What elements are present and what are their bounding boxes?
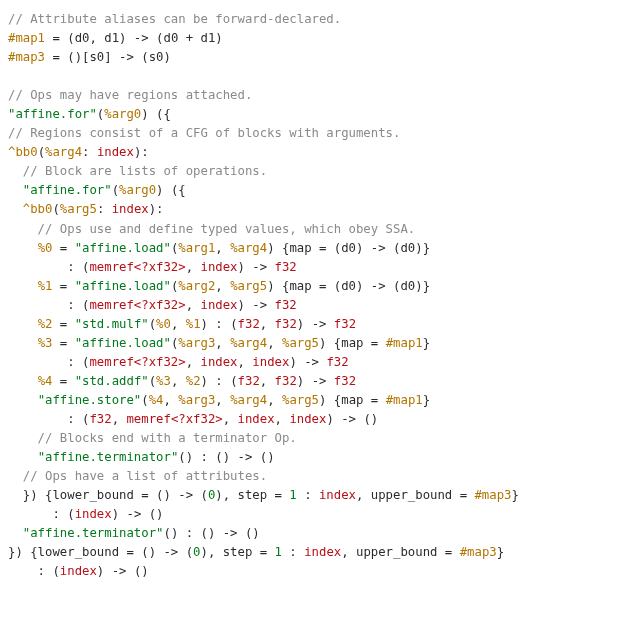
code-text: = bbox=[52, 374, 74, 388]
comment: // Ops use and define typed values, whic… bbox=[8, 222, 415, 236]
code-text: : ( bbox=[8, 564, 60, 578]
ssa-value: %1 bbox=[38, 279, 53, 293]
code-text: , bbox=[267, 393, 282, 407]
op-name: "affine.for" bbox=[8, 107, 97, 121]
ssa-value: %2 bbox=[38, 317, 53, 331]
type: index bbox=[97, 145, 134, 159]
ssa-value: %arg4 bbox=[230, 336, 267, 350]
code-text: : bbox=[282, 545, 304, 559]
code-text: , bbox=[171, 317, 186, 331]
type: f32 bbox=[275, 317, 297, 331]
code-text: , bbox=[215, 336, 230, 350]
code-text: () : () -> () bbox=[178, 450, 274, 464]
ssa-value: %arg4 bbox=[45, 145, 82, 159]
code-text: ) {map = (d0) -> (d0)} bbox=[267, 241, 430, 255]
code-text: ( bbox=[141, 393, 148, 407]
op-name: "affine.load" bbox=[75, 279, 171, 293]
code-text: } bbox=[423, 336, 430, 350]
indent bbox=[8, 279, 38, 293]
type: index bbox=[75, 507, 112, 521]
comment: // Block are lists of operations. bbox=[8, 164, 267, 178]
code-text: , bbox=[164, 393, 179, 407]
code-text: ), step = bbox=[215, 488, 289, 502]
type: f32 bbox=[334, 374, 356, 388]
type: f32 bbox=[89, 412, 111, 426]
code-text: } bbox=[423, 393, 430, 407]
code-text: }) {lower_bound = () -> ( bbox=[8, 545, 193, 559]
code-text: ): bbox=[134, 145, 149, 159]
ssa-value: %arg3 bbox=[178, 393, 215, 407]
code-text: ( bbox=[52, 202, 59, 216]
code-text: ) -> bbox=[297, 374, 334, 388]
type: index bbox=[201, 298, 238, 312]
code-text: = bbox=[52, 279, 74, 293]
map-ref: #map1 bbox=[386, 393, 423, 407]
number: 1 bbox=[275, 545, 282, 559]
code-text: ) -> bbox=[289, 355, 326, 369]
op-name: "affine.load" bbox=[75, 241, 171, 255]
comment: // Attribute aliases can be forward-decl… bbox=[8, 12, 341, 26]
code-text: : ( bbox=[8, 298, 89, 312]
type: f32 bbox=[334, 317, 356, 331]
ssa-value: %3 bbox=[38, 336, 53, 350]
code-text: ) {map = bbox=[319, 336, 386, 350]
code-text: ( bbox=[149, 317, 156, 331]
code-text: ), step = bbox=[201, 545, 275, 559]
op-name: "std.mulf" bbox=[75, 317, 149, 331]
op-name: "affine.load" bbox=[75, 336, 171, 350]
code-text: : bbox=[297, 488, 319, 502]
type: memref<?xf32> bbox=[126, 412, 222, 426]
type: f32 bbox=[326, 355, 348, 369]
code-text: ) : ( bbox=[201, 317, 238, 331]
code-text: , bbox=[238, 355, 253, 369]
indent bbox=[8, 374, 38, 388]
ssa-value: %1 bbox=[186, 317, 201, 331]
ssa-value: %0 bbox=[156, 317, 171, 331]
comment: // Ops may have regions attached. bbox=[8, 88, 252, 102]
op-name: "affine.terminator" bbox=[23, 526, 164, 540]
map-alias: #map1 bbox=[8, 31, 45, 45]
code-text: } bbox=[512, 488, 519, 502]
code-text: , bbox=[171, 374, 186, 388]
ssa-value: %arg1 bbox=[178, 241, 215, 255]
indent bbox=[8, 241, 38, 255]
ssa-value: %4 bbox=[149, 393, 164, 407]
type: index bbox=[238, 412, 275, 426]
ssa-value: %4 bbox=[38, 374, 53, 388]
code-text: = bbox=[52, 336, 74, 350]
code-text: ) {map = (d0) -> (d0)} bbox=[267, 279, 430, 293]
indent bbox=[8, 183, 23, 197]
code-text: : ( bbox=[8, 355, 89, 369]
code-text: , bbox=[260, 374, 275, 388]
code-listing: // Attribute aliases can be forward-decl… bbox=[8, 10, 632, 581]
code-text: } bbox=[497, 545, 504, 559]
code-text: ) ({ bbox=[141, 107, 171, 121]
code-text: , bbox=[112, 412, 127, 426]
ssa-value: %arg5 bbox=[60, 202, 97, 216]
code-text: ) {map = bbox=[319, 393, 386, 407]
code-text: : ( bbox=[8, 412, 89, 426]
type: index bbox=[304, 545, 341, 559]
code-text: , bbox=[215, 279, 230, 293]
ssa-value: %arg0 bbox=[104, 107, 141, 121]
code-text: , bbox=[275, 412, 290, 426]
op-name: "affine.for" bbox=[23, 183, 112, 197]
type: memref<?xf32> bbox=[89, 260, 185, 274]
ssa-value: %arg5 bbox=[282, 393, 319, 407]
code-text: : bbox=[82, 145, 97, 159]
ssa-value: %arg5 bbox=[282, 336, 319, 350]
code-text: : ( bbox=[8, 507, 75, 521]
code-text: = (d0, d1) -> (d0 + d1) bbox=[45, 31, 223, 45]
ssa-value: %arg4 bbox=[230, 393, 267, 407]
type: index bbox=[319, 488, 356, 502]
code-text: ) ({ bbox=[156, 183, 186, 197]
type: index bbox=[252, 355, 289, 369]
code-text: ( bbox=[149, 374, 156, 388]
ssa-value: %2 bbox=[186, 374, 201, 388]
op-name: "affine.store" bbox=[38, 393, 142, 407]
indent bbox=[8, 393, 38, 407]
code-text: , bbox=[215, 393, 230, 407]
code-text: : ( bbox=[8, 260, 89, 274]
code-text: ) -> () bbox=[326, 412, 378, 426]
ssa-value: %arg4 bbox=[230, 241, 267, 255]
